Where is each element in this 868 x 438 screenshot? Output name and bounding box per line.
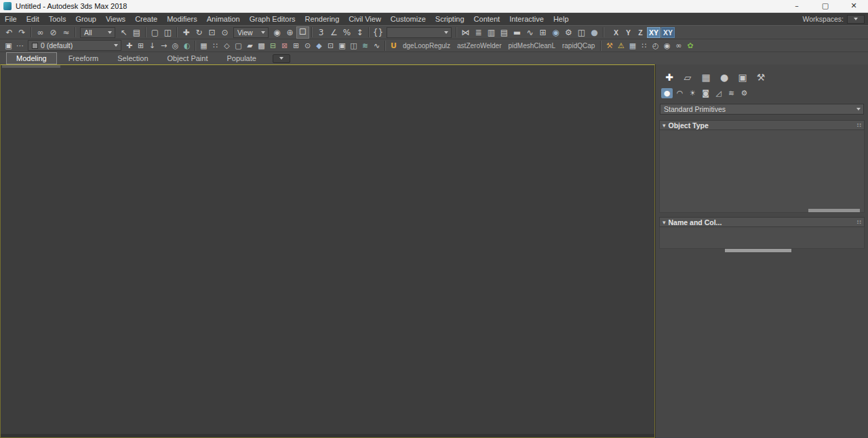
- menu-item[interactable]: Civil View: [344, 13, 385, 25]
- menu-item[interactable]: Customize: [386, 13, 431, 25]
- constrain-y-button[interactable]: Y: [623, 27, 634, 38]
- toggle-layer-explorer-icon[interactable]: ▤: [498, 26, 511, 39]
- tab-modeling[interactable]: Modeling: [6, 52, 57, 64]
- history-clock-icon[interactable]: ◴: [650, 40, 661, 52]
- select-object-icon[interactable]: ↖: [117, 26, 130, 39]
- menu-item[interactable]: Edit: [22, 13, 44, 25]
- space-warps-category-icon[interactable]: ≋: [726, 88, 737, 98]
- select-and-scale-icon[interactable]: ⊡: [205, 26, 218, 39]
- layer-color-swatch[interactable]: [32, 43, 38, 49]
- border-mode-icon[interactable]: ▢: [233, 40, 244, 52]
- menu-item[interactable]: Interactive: [505, 13, 549, 25]
- plant-icon[interactable]: ✿: [684, 40, 696, 52]
- menu-item[interactable]: Animation: [202, 13, 245, 25]
- layer-dropdown[interactable]: 0 (default): [28, 40, 121, 51]
- mirror-icon[interactable]: ⋈: [459, 26, 472, 39]
- bridge-icon[interactable]: ◫: [348, 40, 359, 52]
- grid-table-icon[interactable]: ▦: [627, 40, 638, 52]
- chamfer-icon[interactable]: ◆: [313, 40, 325, 52]
- material-editor-icon[interactable]: ◉: [549, 26, 562, 39]
- unlink-selection-icon[interactable]: ⊘: [47, 26, 60, 39]
- helpers-category-icon[interactable]: ◿: [713, 88, 724, 98]
- tab-populate[interactable]: Populate: [217, 53, 265, 64]
- close-button[interactable]: ✕: [840, 0, 868, 12]
- add-selection-to-layer-icon[interactable]: ⊞: [135, 40, 146, 52]
- motion-tab-icon[interactable]: ●: [716, 70, 732, 85]
- select-and-place-icon[interactable]: ⊙: [218, 26, 231, 39]
- set-current-layer-icon[interactable]: →: [158, 40, 170, 52]
- display-tab-icon[interactable]: ▣: [734, 70, 751, 85]
- menu-item[interactable]: Modifiers: [162, 13, 202, 25]
- menu-item[interactable]: Content: [469, 13, 505, 25]
- swift-loop-icon[interactable]: ⊟: [267, 40, 279, 52]
- edge-mode-icon[interactable]: ◇: [221, 40, 233, 52]
- relax-icon[interactable]: ≋: [359, 40, 371, 52]
- selection-filter-dropdown[interactable]: All: [80, 27, 115, 38]
- isolate-selection-icon[interactable]: ◎: [170, 40, 181, 52]
- shapes-category-icon[interactable]: ◠: [674, 88, 686, 98]
- vertex-mode-icon[interactable]: ∷: [210, 40, 221, 52]
- constrain-xy-button[interactable]: XY: [647, 27, 660, 38]
- toggle-scene-explorer-icon[interactable]: ▥: [485, 26, 498, 39]
- toggle-ribbon-icon[interactable]: ▬: [511, 26, 524, 39]
- rendered-frame-window-icon[interactable]: ◫: [575, 26, 588, 39]
- ribbon-minimize-button[interactable]: [273, 54, 290, 63]
- u-tool-button[interactable]: U: [388, 40, 399, 52]
- name-color-rollout-header[interactable]: ▾ Name and Col... ∷: [659, 217, 865, 227]
- primitives-dropdown[interactable]: Standard Primitives: [660, 104, 864, 115]
- select-by-name-icon[interactable]: ▤: [130, 26, 143, 39]
- curve-editor-icon[interactable]: ∿: [524, 26, 536, 39]
- tab-selection[interactable]: Selection: [108, 53, 157, 64]
- select-and-move-icon[interactable]: ✚: [180, 26, 193, 39]
- menu-item[interactable]: Help: [549, 13, 574, 25]
- menu-item[interactable]: Group: [71, 13, 101, 25]
- hierarchy-tab-icon[interactable]: ▦: [698, 70, 714, 85]
- use-pivot-point-center-icon[interactable]: ◉: [271, 26, 283, 39]
- polygon-mode-icon[interactable]: ▰: [244, 40, 256, 52]
- menu-item[interactable]: Graph Editors: [245, 13, 300, 25]
- paint-deform-icon[interactable]: ∿: [371, 40, 382, 52]
- keyboard-shortcut-override-icon[interactable]: ☐: [296, 26, 309, 39]
- menu-item[interactable]: Scripting: [431, 13, 469, 25]
- menu-item[interactable]: Tools: [44, 13, 71, 25]
- redo-icon[interactable]: ↷: [16, 26, 28, 39]
- select-layer-objects-icon[interactable]: ↓: [146, 40, 158, 52]
- utilities-tab-icon[interactable]: ⚒: [753, 70, 769, 85]
- quad-cap-icon[interactable]: ⊞: [290, 40, 302, 52]
- viewport[interactable]: [0, 64, 655, 438]
- tab-object-paint[interactable]: Object Paint: [158, 53, 218, 64]
- maximize-button[interactable]: ▢: [811, 0, 840, 12]
- edit-named-selection-sets-icon[interactable]: {}: [372, 26, 384, 39]
- schematic-view-icon[interactable]: ⊞: [536, 26, 549, 39]
- warning-icon[interactable]: ⚠: [615, 40, 627, 52]
- render-production-icon[interactable]: ●: [588, 26, 601, 39]
- script-button[interactable]: dgeLoopRegulz: [399, 42, 454, 49]
- select-and-rotate-icon[interactable]: ↻: [193, 26, 205, 39]
- weld-icon[interactable]: ⊙: [302, 40, 313, 52]
- named-selection-sets-dropdown[interactable]: [387, 27, 452, 38]
- geometry-category-icon[interactable]: ●: [661, 88, 673, 98]
- angle-snap-icon[interactable]: ∠: [328, 26, 340, 39]
- script-button[interactable]: rapidQCap: [559, 42, 598, 49]
- systems-category-icon[interactable]: ⚙: [738, 88, 750, 98]
- workspaces-dropdown[interactable]: [847, 15, 865, 24]
- window-crossing-toggle-icon[interactable]: ◫: [161, 26, 174, 39]
- inset-icon[interactable]: ▣: [336, 40, 348, 52]
- tool-hammer-icon[interactable]: ⚒: [604, 40, 615, 52]
- bind-to-space-warp-icon[interactable]: ≈: [60, 26, 73, 39]
- constrain-z-button[interactable]: Z: [635, 27, 646, 38]
- display-toggle-icon[interactable]: ◐: [181, 40, 193, 52]
- reference-coordinate-dropdown[interactable]: View: [233, 27, 269, 38]
- script-button[interactable]: pidMeshCleanL: [505, 42, 559, 49]
- align-icon[interactable]: ≣: [472, 26, 485, 39]
- percent-snap-icon[interactable]: %: [340, 26, 353, 39]
- constrain-plane-flyout-button[interactable]: XY: [661, 27, 675, 38]
- extrude-icon[interactable]: ⊡: [325, 40, 336, 52]
- lights-category-icon[interactable]: ☀: [687, 88, 698, 98]
- undo-icon[interactable]: ↶: [3, 26, 16, 39]
- select-and-manipulate-icon[interactable]: ⊕: [283, 26, 296, 39]
- script-button[interactable]: astZeroWelder: [454, 42, 505, 49]
- render-setup-icon[interactable]: ⚙: [562, 26, 575, 39]
- chain-link-icon[interactable]: ∞: [673, 40, 684, 52]
- menu-item[interactable]: Create: [130, 13, 162, 25]
